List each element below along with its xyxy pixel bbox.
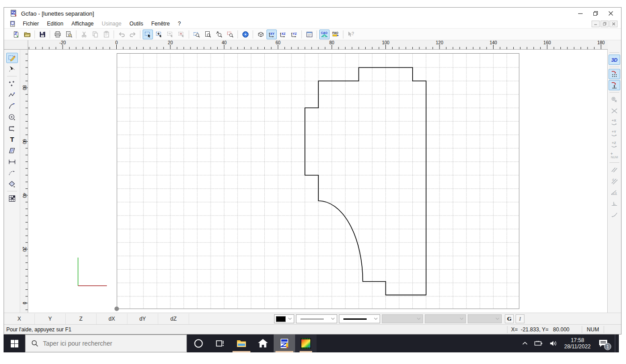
snap-grid-button[interactable] [609,69,620,79]
numeric-input-button[interactable]: + NUM [609,150,620,161]
angle-constraint-button[interactable]: α [609,187,620,197]
new-document-button[interactable] [11,30,21,39]
hatch-tool-button[interactable] [6,145,18,156]
battery-status-button[interactable] [531,334,546,352]
point-tool-button[interactable] [6,78,18,89]
field-y[interactable]: Y [35,313,66,324]
tangent-constraint-button[interactable] [609,209,620,220]
print-preview-button[interactable] [63,30,74,39]
rectangle-tool-button[interactable] [6,123,18,133]
field-x[interactable]: X [4,313,35,324]
snap-intersection-button[interactable] [609,106,620,116]
context-help-icon: ? [347,31,355,38]
line-width-select[interactable] [339,314,380,323]
tray-chevron-button[interactable] [519,334,531,352]
view-globe-button[interactable] [240,30,250,39]
media-app-button[interactable] [295,334,317,352]
taskbar-clock[interactable]: 17:58 28/11/2022 [561,337,594,350]
drawing-canvas[interactable] [28,50,608,313]
mdi-restore-button[interactable] [601,21,609,27]
snap-node-button[interactable] [609,80,620,90]
tool-separator [7,76,17,76]
node-edit-tool-button[interactable] [6,64,18,74]
menu-edition[interactable]: Edition [43,20,68,28]
home-icon [257,338,269,349]
view-yz-button[interactable]: YZ [289,30,299,39]
gcfao-taskbar-button[interactable] [274,334,295,352]
zoom-page-button[interactable] [203,30,213,39]
view-3d-cube-button[interactable] [255,30,266,39]
select-add-button[interactable] [154,30,164,39]
save-button[interactable] [37,30,47,39]
text-tool-button[interactable]: T [6,134,18,144]
italic-button[interactable]: I [516,314,524,323]
minimize-button[interactable] [573,8,588,19]
menu-fichier[interactable]: Fichier [19,20,43,28]
context-help-button[interactable]: ? [346,30,356,39]
3d-view-button[interactable]: 3D [609,55,620,65]
document-icon[interactable] [9,21,16,27]
cut-button[interactable] [79,30,89,39]
origin-handle[interactable] [114,307,119,311]
line-style-select[interactable] [296,314,337,323]
file-explorer-button[interactable] [231,334,252,352]
field-dy[interactable]: dY [127,313,158,324]
properties-window-button[interactable] [304,30,314,39]
circle-tool-button[interactable] [6,112,18,122]
search-input[interactable] [43,340,168,347]
table-tool-button[interactable] [6,193,18,203]
surface-tool-button[interactable] [6,179,18,189]
curve-tool-button[interactable] [6,101,18,111]
field-dx[interactable]: dX [97,313,127,324]
polyline-tool-button[interactable] [6,89,18,100]
close-button[interactable] [603,8,618,19]
zoom-window-button[interactable] [191,30,202,39]
zoom-dynamic-button[interactable] [214,30,224,39]
tangent-constraint-icon [610,211,618,219]
zoom-selection-button[interactable] [225,30,235,39]
start-button[interactable] [4,334,25,352]
move-y-button[interactable]: +Y [609,128,620,138]
cortana-button[interactable] [188,334,209,352]
undo-button[interactable] [116,30,127,39]
parallel-constraint-button[interactable] [609,165,620,175]
action-center-button[interactable]: 1 [594,334,612,352]
view-xz-button[interactable]: XZ [278,30,288,39]
screen: Gcfao - [lunettes separation] [0,0,626,364]
fao-mode-icon: FAO [331,31,340,38]
distance-constraint-button[interactable]: d [609,176,620,186]
cao-mode-button[interactable]: CAO [319,30,330,39]
task-view-button[interactable] [209,334,231,352]
snap-center-button[interactable] [609,94,620,105]
draw-tool-button[interactable] [6,53,18,63]
menu-affichage[interactable]: Affichage [68,20,98,28]
mdi-minimize-button[interactable] [592,21,600,27]
move-z-button[interactable]: +Z [609,139,620,149]
copy-button[interactable] [90,30,100,39]
taskbar-search[interactable] [25,334,187,352]
restore-button[interactable] [588,8,603,19]
perpendicular-constraint-button[interactable] [609,198,620,208]
bold-button[interactable]: G [505,314,514,323]
menu-aide[interactable]: ? [174,20,185,28]
open-file-button[interactable] [22,30,32,39]
spline-tool-button[interactable] [6,168,18,178]
mdi-close-button[interactable] [609,21,618,27]
home-app-button[interactable] [252,334,274,352]
color-select[interactable] [274,314,294,323]
move-x-button[interactable]: +X [609,117,620,127]
field-dz[interactable]: dZ [158,313,189,324]
select-delete-button[interactable] [176,30,186,39]
volume-button[interactable] [546,334,561,352]
print-button[interactable] [52,30,63,39]
field-z[interactable]: Z [66,313,97,324]
fao-mode-button[interactable]: FAO [330,30,341,39]
view-xy-button[interactable]: XY [266,30,277,39]
menu-outils[interactable]: Outils [126,20,148,28]
select-remove-button[interactable] [165,30,175,39]
select-rectangle-button[interactable] [143,30,153,39]
dimension-tool-button[interactable] [6,157,18,167]
menu-fenetre[interactable]: Fenêtre [147,20,173,28]
paste-button[interactable] [101,30,111,39]
redo-button[interactable] [127,30,138,39]
